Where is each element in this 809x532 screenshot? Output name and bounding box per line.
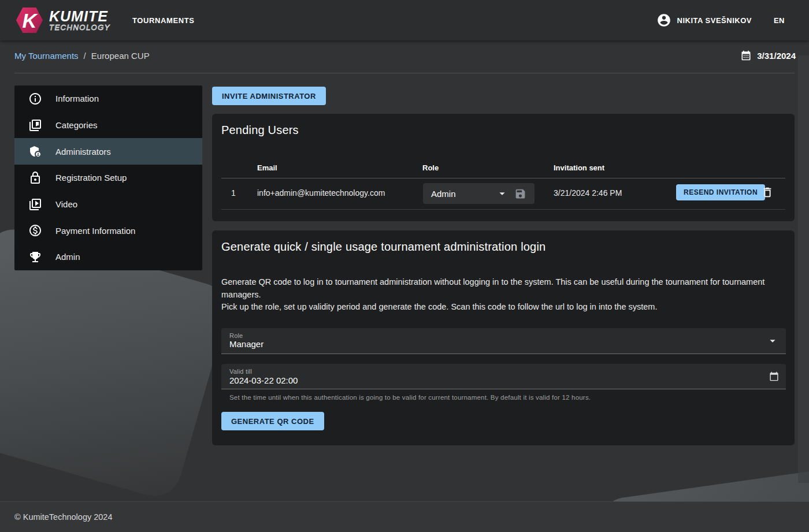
hexagon-k-icon: K [14,6,43,35]
valid-till-helper-text: Set the time until when this authenticat… [229,394,591,401]
valid-till-field[interactable]: Valid till [221,364,786,389]
brand-wordmark: KUMITE TECHNOLOGY [49,9,110,32]
qr-login-description: Generate QR code to log in to tournament… [221,276,780,314]
copyright-text: © KumiteTechnology 2024 [14,512,112,522]
tournament-admin-page: K KUMITE TECHNOLOGY TOURNAMENTS NIKITA S… [0,0,809,532]
description-line: Pick up the role, set up validity period… [221,301,780,314]
user-name: NIKITA SVEŠNIKOV [677,16,752,25]
dollar-circle-icon [28,224,42,237]
tournament-sidebar: Information Categories Administrators Re… [14,85,202,270]
brand-logo[interactable]: K KUMITE TECHNOLOGY [14,6,110,35]
calendar-icon [740,50,752,61]
trash-icon [761,186,774,199]
resend-invitation-button[interactable]: RESEND INVITATION [676,184,765,200]
info-icon [28,92,42,106]
lock-icon [28,171,42,185]
column-header-role: Role [422,163,439,172]
sidebar-item-categories[interactable]: Categories [14,112,202,139]
breadcrumb-current: European CUP [91,51,150,61]
breadcrumb-link-my-tournaments[interactable]: My Tournaments [14,51,79,61]
row-invitation-sent: 3/21/2024 2:46 PM [554,188,622,198]
account-circle-icon [656,13,671,28]
row-email: info+admin@kumitetechnology.com [257,188,385,198]
sidebar-item-administrators[interactable]: Administrators [14,138,202,165]
svg-text:K: K [22,10,38,32]
app-header: K KUMITE TECHNOLOGY TOURNAMENTS NIKITA S… [0,0,809,40]
sidebar-item-label: Video [55,199,77,209]
row-index: 1 [231,188,236,198]
sidebar-item-label: Administrators [55,147,111,157]
tournament-date: 3/31/2024 [740,50,796,61]
role-field-value: Manager [229,339,264,349]
brand-title: KUMITE [49,9,110,23]
sidebar-item-registration-setup[interactable]: Registration Setup [14,165,202,191]
pending-users-card: Pending Users Email Role Invitation sent… [212,114,795,221]
sidebar-item-information[interactable]: Information [14,85,202,112]
sidebar-item-label: Information [55,94,99,103]
sidebar-item-label: Registration Setup [55,173,127,183]
divider [221,178,785,178]
caret-down-icon [766,334,779,347]
nav-tournaments[interactable]: TOURNAMENTS [132,16,194,25]
header-right: NIKITA SVEŠNIKOV EN [656,13,785,28]
sidebar-item-payment-information[interactable]: Payment Information [14,217,202,244]
language-selector[interactable]: EN [774,16,785,25]
invite-administrator-button[interactable]: INVITE ADMINISTRATOR [212,87,326,105]
sidebar-item-label: Admin [55,252,80,262]
role-select-field[interactable]: Role Manager [221,328,786,354]
column-header-invitation-sent: Invitation sent [554,163,604,172]
sidebar-item-video[interactable]: Video [14,191,202,218]
row-role-value: Admin [431,189,456,199]
brand-subtitle: TECHNOLOGY [49,23,110,32]
admin-shield-icon [28,144,42,158]
calendar-picker-icon[interactable] [769,371,779,381]
role-field-label: Role [229,332,243,339]
save-icon[interactable] [514,188,526,200]
column-header-email: Email [257,163,277,172]
breadcrumb: My Tournaments / European CUP [14,51,150,61]
date-value: 3/31/2024 [757,51,796,61]
sidebar-item-label: Categories [55,120,98,130]
app-footer: © KumiteTechnology 2024 [0,501,809,532]
delete-user-button[interactable] [761,186,774,199]
user-menu[interactable]: NIKITA SVEŠNIKOV [656,13,752,28]
divider [14,73,795,73]
valid-till-input[interactable] [229,375,749,385]
background-watermark-shape [798,55,809,483]
row-role-select[interactable]: Admin [423,183,535,204]
breadcrumb-separator: / [84,51,86,61]
divider [221,209,785,210]
breadcrumb-bar: My Tournaments / European CUP 3/31/2024 [0,40,809,73]
generate-qr-code-button[interactable]: GENERATE QR CODE [221,412,324,430]
categories-icon [28,118,42,132]
pending-users-title: Pending Users [221,124,299,137]
valid-till-label: Valid till [229,368,252,375]
qr-login-card: Generate quick / single usage tournament… [212,230,795,445]
caret-down-icon [496,187,509,200]
sidebar-item-label: Payment Information [55,226,135,236]
qr-login-title: Generate quick / single usage tournament… [221,240,545,254]
sidebar-item-admin[interactable]: Admin [14,244,202,270]
description-line: Generate QR code to log in to tournament… [221,276,780,301]
video-library-icon [28,198,42,211]
trophy-icon [28,250,42,264]
